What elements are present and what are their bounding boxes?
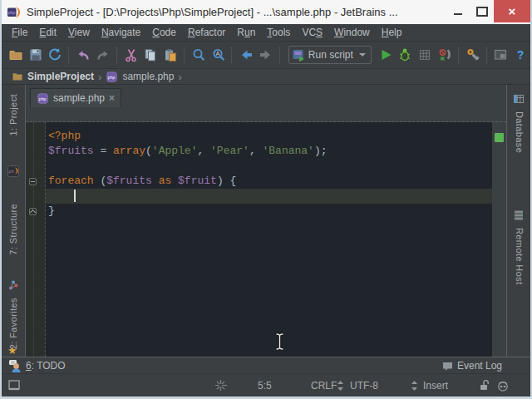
code-area[interactable]: <?php$fruits = array('Apple', 'Pear', 'B… — [46, 122, 492, 357]
paste-button[interactable] — [160, 45, 180, 65]
menu-run[interactable]: Run — [231, 27, 261, 38]
toolbar-separator — [231, 47, 233, 63]
error-stripe[interactable] — [492, 122, 506, 357]
run-configuration-select[interactable]: Run script — [288, 46, 372, 64]
editor: <?php$fruits = array('Apple', 'Pear', 'B… — [26, 121, 506, 357]
search-icon — [191, 47, 206, 62]
cut-button[interactable] — [121, 45, 141, 65]
svg-text:php: php — [108, 74, 116, 79]
code-line[interactable] — [46, 159, 492, 174]
tool-button-favorites[interactable]: 2: Favorites — [8, 298, 18, 349]
copy-button[interactable] — [140, 45, 160, 65]
undo-icon — [76, 47, 91, 62]
event-log-label: Event Log — [457, 360, 502, 372]
breadcrumb-project[interactable]: SimpleProject — [27, 71, 94, 82]
php-file-icon: php — [37, 92, 49, 105]
redo-button[interactable] — [93, 45, 113, 65]
maximize-icon — [476, 7, 488, 17]
database-icon[interactable] — [513, 93, 525, 108]
status-bar: 5:5 CRLF UTF-8 Insert — [2, 373, 530, 397]
dropdown-arrow-icon — [359, 53, 366, 57]
chevron-right-icon: › — [178, 71, 181, 83]
left-tool-stripe: 1: Project ph 7: Structure 2: Favorites … — [2, 85, 26, 357]
maximize-button[interactable] — [470, 0, 494, 22]
fold-end-icon[interactable] — [29, 208, 37, 215]
forward-button[interactable] — [256, 45, 276, 65]
tool-button-remote-host[interactable]: Remote Host — [515, 228, 525, 285]
bug-icon — [397, 47, 412, 62]
menu-window[interactable]: Window — [328, 27, 376, 38]
copy-icon — [143, 47, 158, 62]
todo-icon — [8, 359, 22, 372]
open-folder-icon — [8, 47, 23, 62]
background-task-spinner-icon — [214, 374, 227, 397]
menu-view[interactable]: View — [62, 27, 96, 38]
todo-tool-button[interactable]: 6: TODO — [8, 359, 66, 372]
unlocked-padlock-icon[interactable] — [479, 374, 490, 397]
back-arrow-icon — [239, 47, 254, 62]
attach-debugger-button[interactable] — [435, 45, 455, 65]
svg-text:A: A — [215, 50, 219, 57]
help-icon: ? — [517, 48, 525, 62]
close-button[interactable]: × — [494, 0, 530, 22]
caret-position[interactable]: 5:5 — [258, 374, 272, 397]
run-config-label: Run script — [308, 49, 353, 61]
insert-mode-indicator[interactable]: Insert — [423, 374, 448, 397]
coverage-button[interactable] — [415, 45, 435, 65]
debug-button[interactable] — [396, 45, 416, 65]
toolwindow-toggle-button[interactable] — [8, 374, 20, 397]
menu-vcs[interactable]: VCS — [296, 27, 328, 38]
find-button[interactable] — [189, 45, 209, 65]
back-button[interactable] — [236, 45, 256, 65]
code-line[interactable]: $fruits = array('Apple', 'Pear', 'Banana… — [46, 144, 492, 159]
titlebar[interactable]: php SimpleProject - [D:\Projects\Php\Sim… — [2, 0, 530, 24]
file-encoding-select[interactable]: UTF-8 — [350, 374, 378, 397]
code-line[interactable]: <?php — [46, 129, 492, 144]
breadcrumb-bar: SimpleProject › php sample.php › — [2, 69, 530, 85]
php-file-icon: php — [106, 71, 118, 83]
structure-icon[interactable] — [7, 279, 19, 294]
tab-close-icon[interactable]: × — [109, 94, 115, 102]
restore-layout-button[interactable] — [491, 45, 511, 65]
minimize-button[interactable] — [446, 0, 470, 22]
menu-file[interactable]: File — [6, 27, 33, 38]
tool-button-database[interactable]: Database — [515, 111, 525, 153]
line-separator-select[interactable]: CRLF — [311, 374, 337, 397]
menu-refactor[interactable]: Refactor — [182, 27, 231, 38]
hector-inspector-button[interactable] — [496, 374, 510, 397]
open-file-button[interactable] — [6, 45, 26, 65]
breadcrumb-file[interactable]: sample.php — [122, 71, 174, 82]
toolbar-separator — [279, 47, 281, 63]
editor-tab-bar: php sample.php × — [26, 85, 506, 107]
settings-button[interactable] — [463, 45, 483, 65]
remote-host-icon[interactable] — [513, 209, 525, 224]
code-line[interactable]: } — [46, 204, 492, 219]
synchronize-button[interactable] — [46, 45, 66, 65]
menu-help[interactable]: Help — [376, 27, 408, 38]
help-button[interactable]: ? — [510, 45, 530, 65]
editor-gutter[interactable] — [26, 122, 46, 357]
code-line[interactable] — [46, 189, 492, 204]
menu-edit[interactable]: Edit — [33, 27, 62, 38]
updown-arrows-icon — [411, 374, 418, 397]
menu-code[interactable]: Code — [146, 27, 182, 38]
code-line[interactable]: foreach ($fruits as $fruit) { — [46, 174, 492, 189]
window-controls: × — [446, 0, 530, 24]
star-icon[interactable]: ★ — [7, 345, 17, 356]
phpstorm-project-icon[interactable]: ph — [7, 165, 19, 180]
fold-collapse-icon[interactable] — [29, 178, 37, 185]
tab-bar-spacer — [26, 107, 506, 121]
menu-tools[interactable]: Tools — [261, 27, 296, 38]
menu-navigate[interactable]: Navigate — [96, 27, 146, 38]
tool-button-structure[interactable]: 7: Structure — [8, 204, 18, 255]
tool-button-project[interactable]: 1: Project — [8, 94, 18, 135]
run-button[interactable] — [376, 45, 396, 65]
replace-icon: A — [211, 47, 226, 62]
tab-sample-php[interactable]: php sample.php × — [30, 88, 121, 107]
event-log-button[interactable]: Event Log — [441, 360, 502, 372]
fold-guide-line — [33, 122, 34, 357]
save-all-button[interactable] — [26, 45, 46, 65]
event-log-bubble-icon — [441, 360, 453, 372]
replace-button[interactable]: A — [209, 45, 229, 65]
undo-button[interactable] — [73, 45, 93, 65]
